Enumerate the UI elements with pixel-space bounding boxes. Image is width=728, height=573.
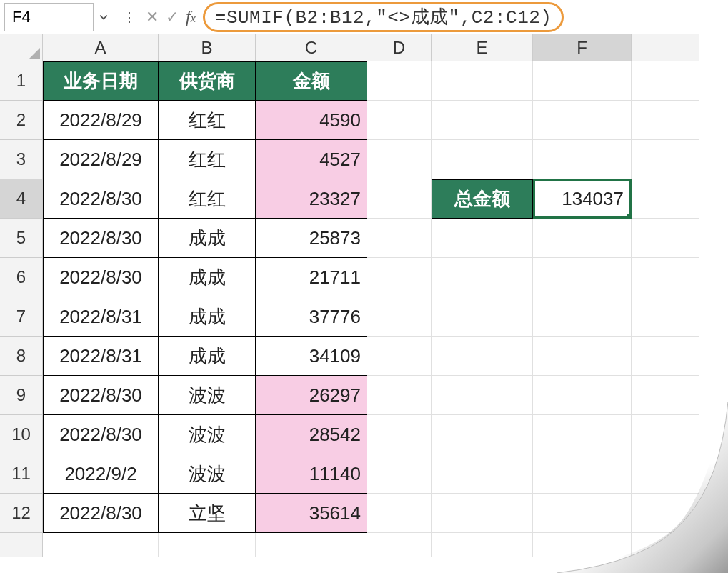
cell-empty[interactable]: [432, 258, 533, 297]
cell-date[interactable]: 2022/8/30: [43, 494, 159, 533]
cell-empty[interactable]: [533, 454, 632, 494]
cell-empty[interactable]: [533, 101, 632, 140]
cell-date[interactable]: 2022/8/30: [43, 376, 159, 415]
cell-empty[interactable]: [533, 533, 632, 557]
row-head[interactable]: 1: [0, 61, 43, 101]
cell-empty[interactable]: [632, 454, 699, 494]
cell-supplier[interactable]: 红红: [159, 101, 256, 140]
row-head[interactable]: 9: [0, 376, 43, 415]
total-value-cell[interactable]: 134037: [533, 179, 632, 219]
name-box-dropdown[interactable]: [96, 13, 111, 21]
cell-empty[interactable]: [533, 337, 632, 376]
row-head[interactable]: 11: [0, 454, 43, 494]
cell-empty[interactable]: [632, 179, 699, 219]
cell-empty[interactable]: [632, 533, 699, 557]
cell-date[interactable]: 2022/8/30: [43, 415, 159, 454]
select-all-button[interactable]: [0, 34, 43, 61]
cell-date[interactable]: 2022/8/29: [43, 140, 159, 179]
cell-empty[interactable]: [367, 101, 432, 140]
cell-supplier[interactable]: 波波: [159, 415, 256, 454]
cell-amount[interactable]: 28542: [256, 415, 367, 454]
cell-empty[interactable]: [367, 337, 432, 376]
cell-empty[interactable]: [632, 376, 699, 415]
row-head[interactable]: 6: [0, 258, 43, 297]
cell-amount[interactable]: 23327: [256, 179, 367, 219]
cancel-icon[interactable]: ✕: [146, 8, 159, 26]
row-head[interactable]: 7: [0, 297, 43, 337]
cell-date[interactable]: 2022/8/31: [43, 337, 159, 376]
col-head-a[interactable]: A: [43, 34, 159, 61]
cell-empty[interactable]: [632, 61, 699, 101]
cell-date[interactable]: 2022/8/29: [43, 101, 159, 140]
cell-empty[interactable]: [367, 140, 432, 179]
col-head-empty[interactable]: [632, 34, 699, 61]
cell-empty[interactable]: [432, 533, 533, 557]
row-head[interactable]: 10: [0, 415, 43, 454]
cell-empty[interactable]: [432, 297, 533, 337]
cell-empty[interactable]: [632, 101, 699, 140]
name-box[interactable]: F4: [4, 3, 94, 31]
cell-empty[interactable]: [533, 297, 632, 337]
col-head-b[interactable]: B: [159, 34, 256, 61]
row-head[interactable]: [0, 533, 43, 557]
cell-supplier[interactable]: 波波: [159, 454, 256, 494]
cell-empty[interactable]: [367, 415, 432, 454]
cell-date[interactable]: 2022/9/2: [43, 454, 159, 494]
cell-amount[interactable]: 37776: [256, 297, 367, 337]
cell-empty[interactable]: [632, 297, 699, 337]
cell-empty[interactable]: [533, 140, 632, 179]
cell-empty[interactable]: [367, 376, 432, 415]
header-supplier[interactable]: 供货商: [159, 61, 256, 101]
cell-empty[interactable]: [632, 219, 699, 258]
cell-empty[interactable]: [632, 494, 699, 533]
cell-empty[interactable]: [432, 494, 533, 533]
cell-supplier[interactable]: 成成: [159, 297, 256, 337]
cell-amount[interactable]: 26297: [256, 376, 367, 415]
cell-date[interactable]: 2022/8/30: [43, 219, 159, 258]
cell-supplier[interactable]: 成成: [159, 258, 256, 297]
cell-amount[interactable]: 4527: [256, 140, 367, 179]
col-head-d[interactable]: D: [367, 34, 432, 61]
fx-icon[interactable]: fx: [186, 7, 196, 26]
enter-icon[interactable]: ✓: [166, 8, 179, 26]
formula-input[interactable]: =SUMIF(B2:B12,"<>成成",C2:C12): [201, 2, 728, 32]
cell-empty[interactable]: [632, 140, 699, 179]
cell-supplier[interactable]: 成成: [159, 337, 256, 376]
total-label-cell[interactable]: 总金额: [432, 179, 533, 219]
cell-empty[interactable]: [533, 258, 632, 297]
cell-empty[interactable]: [632, 337, 699, 376]
cell-supplier[interactable]: 红红: [159, 179, 256, 219]
cell-empty[interactable]: [432, 415, 533, 454]
cell-amount[interactable]: 35614: [256, 494, 367, 533]
cell-empty[interactable]: [367, 61, 432, 101]
cell-date[interactable]: 2022/8/31: [43, 297, 159, 337]
cell-empty[interactable]: [367, 258, 432, 297]
cell-supplier[interactable]: 波波: [159, 376, 256, 415]
cell-empty[interactable]: [533, 415, 632, 454]
row-head[interactable]: 12: [0, 494, 43, 533]
cell-empty[interactable]: [533, 219, 632, 258]
cell-amount[interactable]: 21711: [256, 258, 367, 297]
cell-empty[interactable]: [43, 533, 159, 557]
header-amount[interactable]: 金额: [256, 61, 367, 101]
header-date[interactable]: 业务日期: [43, 61, 159, 101]
cell-empty[interactable]: [367, 494, 432, 533]
cell-amount[interactable]: 11140: [256, 454, 367, 494]
cell-amount[interactable]: 34109: [256, 337, 367, 376]
cell-empty[interactable]: [432, 376, 533, 415]
cell-empty[interactable]: [367, 179, 432, 219]
cell-empty[interactable]: [432, 337, 533, 376]
cell-empty[interactable]: [432, 140, 533, 179]
col-head-f[interactable]: F: [533, 34, 632, 61]
cell-empty[interactable]: [367, 219, 432, 258]
row-head[interactable]: 3: [0, 140, 43, 179]
cell-empty[interactable]: [632, 258, 699, 297]
row-head[interactable]: 5: [0, 219, 43, 258]
col-head-c[interactable]: C: [256, 34, 367, 61]
cell-empty[interactable]: [432, 454, 533, 494]
cell-empty[interactable]: [367, 454, 432, 494]
cell-empty[interactable]: [367, 297, 432, 337]
col-head-e[interactable]: E: [432, 34, 533, 61]
cell-date[interactable]: 2022/8/30: [43, 258, 159, 297]
cell-amount[interactable]: 4590: [256, 101, 367, 140]
